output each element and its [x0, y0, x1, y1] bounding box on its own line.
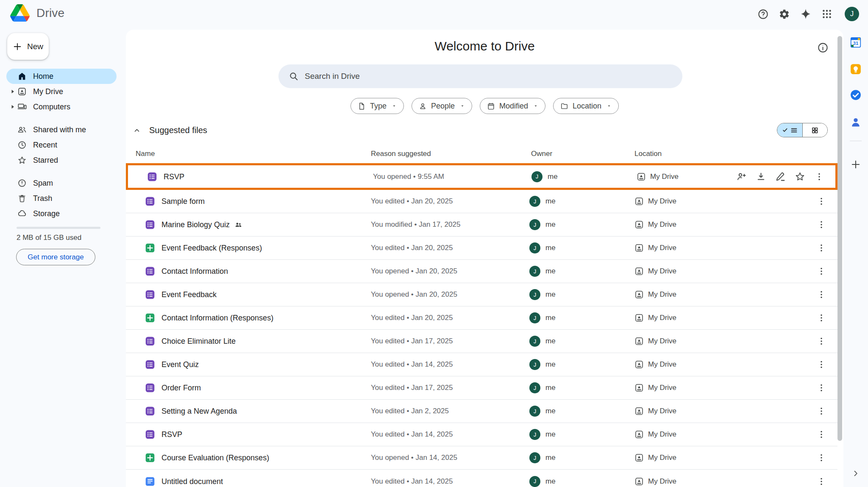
- table-row[interactable]: Contact Information (Responses) You edit…: [126, 306, 837, 330]
- settings-button[interactable]: [774, 4, 794, 24]
- more-options-button[interactable]: [815, 219, 827, 231]
- expand-arrow-icon[interactable]: [10, 105, 16, 109]
- file-name: Event Quiz: [161, 360, 199, 369]
- account-avatar[interactable]: J: [845, 7, 859, 21]
- collapse-chevron-up-icon[interactable]: [130, 124, 144, 137]
- table-row[interactable]: RSVP You edited • Jan 14, 2025 J me My D…: [126, 423, 837, 446]
- table-row[interactable]: Course Evaluation (Responses) You opened…: [126, 446, 837, 470]
- file-location[interactable]: My Drive: [634, 453, 676, 462]
- file-location[interactable]: My Drive: [634, 267, 676, 276]
- table-row[interactable]: Untitled document You edited • Jan 14, 2…: [126, 470, 837, 487]
- sidebar-item-starred[interactable]: Starred: [6, 153, 117, 168]
- filter-chip-modified[interactable]: Modified: [480, 98, 545, 114]
- google-forms-icon: [145, 219, 156, 230]
- file-location[interactable]: My Drive: [634, 477, 676, 486]
- keep-app-button[interactable]: [849, 63, 862, 75]
- file-type-icon-doc: [145, 476, 156, 487]
- my-drive-location-icon: [634, 197, 644, 206]
- file-location[interactable]: My Drive: [634, 337, 676, 346]
- sidebar-item-storage[interactable]: Storage: [6, 206, 117, 221]
- check-icon: [782, 127, 789, 134]
- list-view-button[interactable]: [777, 123, 802, 137]
- column-header-owner[interactable]: Owner: [531, 150, 552, 158]
- filter-chip-people[interactable]: People: [412, 98, 472, 114]
- more-options-button[interactable]: [815, 429, 827, 440]
- file-type-icon-form: [147, 171, 158, 182]
- table-row[interactable]: Order Form You edited • Jan 17, 2025 J m…: [126, 376, 837, 400]
- more-options-button[interactable]: [815, 312, 827, 324]
- info-button[interactable]: [816, 41, 829, 54]
- file-location[interactable]: My Drive: [634, 360, 676, 369]
- more-options-button[interactable]: [815, 452, 827, 464]
- file-location[interactable]: My Drive: [634, 197, 676, 206]
- google-apps-button[interactable]: [817, 4, 837, 24]
- row-actions: [815, 382, 827, 394]
- column-header-location[interactable]: Location: [634, 150, 662, 158]
- table-row[interactable]: Setting a New Agenda You edited • Jan 2,…: [126, 400, 837, 423]
- sidebar-item-trash[interactable]: Trash: [6, 191, 117, 206]
- sidebar-item-shared-with-me[interactable]: Shared with me: [6, 122, 117, 137]
- file-location[interactable]: My Drive: [634, 313, 676, 323]
- more-options-button[interactable]: [815, 242, 827, 254]
- table-row[interactable]: Sample form You edited • Jan 20, 2025 J …: [126, 190, 837, 213]
- sidebar-item-my-drive[interactable]: My Drive: [6, 84, 117, 99]
- star-button[interactable]: [794, 171, 806, 183]
- my-drive-icon: [17, 86, 27, 97]
- show-side-panel-button[interactable]: [849, 467, 862, 480]
- table-row[interactable]: Marine Biology Quiz You modified • Jan 1…: [126, 213, 837, 237]
- contacts-app-button[interactable]: [849, 116, 862, 128]
- share-add-person-button[interactable]: [735, 171, 747, 183]
- sidebar-item-spam[interactable]: Spam: [6, 175, 117, 191]
- more-options-button[interactable]: [815, 476, 827, 487]
- more-options-button[interactable]: [815, 359, 827, 370]
- help-button[interactable]: [753, 4, 773, 24]
- sidebar-item-computers[interactable]: Computers: [6, 99, 117, 114]
- file-location[interactable]: My Drive: [634, 220, 676, 229]
- suggested-files-section: Suggested files: [126, 123, 843, 138]
- table-row[interactable]: Contact Information You opened • Jan 20,…: [126, 260, 837, 283]
- my-drive-location-icon: [634, 406, 644, 416]
- filter-chip-location[interactable]: Location: [553, 98, 619, 114]
- gemini-button[interactable]: [796, 4, 816, 24]
- google-forms-icon: [145, 382, 156, 393]
- more-options-button[interactable]: [815, 265, 827, 277]
- table-row[interactable]: Choice Eliminator Lite You edited • Jan …: [126, 330, 837, 353]
- more-options-button[interactable]: [815, 195, 827, 207]
- table-row[interactable]: Event Feedback (Responses) You edited • …: [126, 237, 837, 260]
- get-addons-button[interactable]: [849, 158, 862, 171]
- sidebar-item-recent[interactable]: Recent: [6, 137, 117, 153]
- expand-arrow-icon[interactable]: [10, 89, 16, 94]
- grid-view-button[interactable]: [802, 123, 828, 137]
- column-header-reason[interactable]: Reason suggested: [371, 150, 431, 158]
- owner-label: me: [545, 384, 556, 392]
- owner-label: me: [545, 430, 556, 439]
- sidebar-item-home[interactable]: Home: [6, 69, 117, 84]
- filter-chip-type[interactable]: Type: [351, 98, 404, 114]
- more-options-button[interactable]: [815, 382, 827, 394]
- column-header-name[interactable]: Name: [136, 150, 155, 158]
- file-location[interactable]: My Drive: [634, 290, 676, 299]
- more-options-button[interactable]: [815, 335, 827, 347]
- file-location[interactable]: My Drive: [634, 383, 676, 392]
- reason-suggested: You opened • Jan 20, 2025: [371, 290, 457, 299]
- get-more-storage-button[interactable]: Get more storage: [16, 249, 95, 265]
- calendar-app-button[interactable]: 31: [849, 36, 862, 49]
- file-location[interactable]: My Drive: [634, 243, 676, 253]
- tasks-app-button[interactable]: [849, 89, 862, 101]
- new-button[interactable]: New: [7, 33, 49, 60]
- table-row[interactable]: RSVP You opened • 9:55 AM J me My Drive: [126, 163, 837, 190]
- more-options-button[interactable]: [813, 171, 825, 183]
- table-row[interactable]: Event Feedback You opened • Jan 20, 2025…: [126, 283, 837, 306]
- file-location[interactable]: My Drive: [634, 430, 676, 439]
- file-location[interactable]: My Drive: [637, 172, 679, 181]
- file-location[interactable]: My Drive: [634, 406, 676, 416]
- download-button[interactable]: [755, 171, 767, 183]
- drive-brand[interactable]: Drive: [10, 4, 64, 22]
- owner-label: me: [545, 337, 556, 345]
- rename-button[interactable]: [774, 171, 786, 183]
- search-input[interactable]: [305, 72, 682, 81]
- vertical-scrollbar[interactable]: [837, 36, 842, 441]
- table-row[interactable]: Event Quiz You edited • Jan 14, 2025 J m…: [126, 353, 837, 376]
- more-options-button[interactable]: [815, 405, 827, 417]
- more-options-button[interactable]: [815, 289, 827, 301]
